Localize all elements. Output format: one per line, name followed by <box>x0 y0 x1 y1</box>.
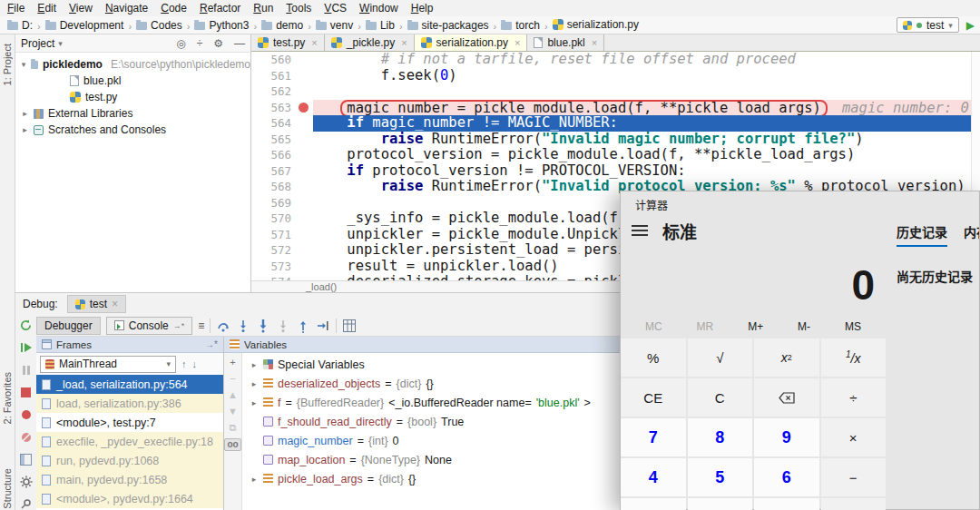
chevron-collapsed-icon[interactable]: ▸ <box>21 109 29 118</box>
project-panel-title[interactable]: Project <box>21 37 54 50</box>
editor-tab-serialization-py[interactable]: serialization.py× <box>415 34 528 51</box>
close-icon[interactable]: × <box>112 298 118 310</box>
close-icon[interactable]: × <box>514 37 520 48</box>
code-line[interactable]: 564 if magic_number != MAGIC_NUMBER: <box>251 115 980 132</box>
thread-selector[interactable]: MainThread ▾ <box>40 356 176 373</box>
remove-watch-icon[interactable]: − <box>230 373 235 384</box>
step-out-of-block-icon[interactable] <box>276 319 290 333</box>
memory-button-ms[interactable]: MS <box>845 320 861 333</box>
memory-button-m-[interactable]: M- <box>798 320 810 333</box>
tool-window-structure-button[interactable]: Structure <box>2 468 13 509</box>
next-frame-icon[interactable]: ↓ <box>192 358 198 369</box>
breadcrumb-item[interactable]: venv <box>314 19 355 32</box>
run-to-cursor-icon[interactable] <box>316 319 330 333</box>
frame-row[interactable]: _load, serialization.py:564 <box>36 375 223 394</box>
code-line[interactable]: 567 if protocol_version != PROTOCOL_VERS… <box>251 163 980 180</box>
calc-button-multiply[interactable]: × <box>821 418 887 456</box>
layout-menu-icon[interactable]: ≡ <box>198 319 204 332</box>
debug-settings-gear-icon[interactable] <box>19 475 34 489</box>
locate-file-icon[interactable]: ◎ <box>176 37 185 50</box>
step-out-icon[interactable] <box>296 319 310 333</box>
show-watches-icon[interactable]: oo <box>224 438 240 451</box>
chevron-collapsed-icon[interactable]: ▸ <box>21 125 29 134</box>
calc-button-5[interactable]: 5 <box>688 458 753 496</box>
rerun-icon[interactable] <box>19 319 34 333</box>
frame-row[interactable]: run, pydevd.py:1068 <box>36 451 223 470</box>
menu-edit[interactable]: Edit <box>31 2 63 15</box>
duplicate-icon[interactable]: ⧉ <box>230 422 237 433</box>
mute-breakpoints-icon[interactable] <box>19 430 34 445</box>
project-tree-item[interactable]: ▸External Libraries <box>15 105 250 122</box>
move-up-icon[interactable]: ▲ <box>228 389 238 400</box>
run-configuration-select[interactable]: test ▾ <box>897 17 959 33</box>
calc-button-add[interactable]: + <box>821 498 887 510</box>
menu-run[interactable]: Run <box>247 2 279 15</box>
close-icon[interactable]: × <box>311 37 317 48</box>
memory-button-mr[interactable]: MR <box>697 320 714 333</box>
debug-session-tab[interactable]: test × <box>67 295 126 313</box>
close-icon[interactable]: × <box>401 37 407 48</box>
stop-icon[interactable] <box>19 386 34 400</box>
hamburger-menu-icon[interactable] <box>632 225 648 236</box>
editor-tab-_pickle-py[interactable]: _pickle.py× <box>325 34 415 51</box>
breadcrumb-item[interactable]: site-packages <box>406 19 491 32</box>
chevron-collapsed-icon[interactable]: ▸ <box>250 398 259 407</box>
settings-gear-icon[interactable]: ⚙ <box>213 37 223 50</box>
breakpoint-icon[interactable] <box>299 103 309 113</box>
menu-vcs[interactable]: VCS <box>318 2 353 15</box>
run-button[interactable]: ▶ <box>966 19 975 32</box>
menu-view[interactable]: View <box>63 2 99 15</box>
close-icon[interactable]: × <box>592 37 597 48</box>
step-into-icon[interactable] <box>236 319 250 333</box>
tab-debugger[interactable]: Debugger <box>36 317 101 335</box>
evaluate-expression-icon[interactable] <box>342 319 357 333</box>
menu-tools[interactable]: Tools <box>279 2 318 15</box>
previous-frame-icon[interactable]: ↑ <box>181 358 187 369</box>
frame-row[interactable]: main, pydevd.py:1658 <box>36 470 223 489</box>
menu-window[interactable]: Window <box>353 2 405 15</box>
code-line[interactable]: 565 raise RuntimeError("Invalid magic nu… <box>251 132 980 148</box>
frame-row[interactable]: <module>, test.py:7 <box>36 413 223 432</box>
calc-button-ce[interactable]: CE <box>621 378 686 417</box>
tab-memory[interactable]: 内存 <box>964 222 979 247</box>
frame-row[interactable]: <module>, pydevd.py:1664 <box>36 489 223 508</box>
breadcrumb-item[interactable]: Python3 <box>192 19 250 32</box>
breadcrumb-item[interactable]: Development <box>44 19 126 32</box>
chevron-collapsed-icon[interactable]: ▸ <box>250 360 259 369</box>
resume-program-icon[interactable] <box>19 341 34 356</box>
code-line[interactable]: 563 magic_number = pickle_module.load(f,… <box>251 100 980 116</box>
calc-button-6[interactable]: 6 <box>754 458 819 496</box>
frame-row[interactable]: execfile, _pydev_execfile.py:18 <box>36 432 223 451</box>
chevron-expanded-icon[interactable]: ▾ <box>21 60 26 69</box>
calc-button-reciprocal[interactable]: 1/x <box>821 338 887 377</box>
menu-refactor[interactable]: Refactor <box>193 2 247 15</box>
menu-code[interactable]: Code <box>154 2 193 15</box>
breadcrumb-item[interactable]: torch <box>499 19 542 32</box>
calc-button-backspace[interactable] <box>754 378 819 417</box>
calc-button-8[interactable]: 8 <box>688 418 753 456</box>
restore-layout-icon[interactable] <box>19 452 34 466</box>
calc-button-4[interactable]: 4 <box>621 458 686 496</box>
force-step-into-icon[interactable] <box>256 319 270 333</box>
project-root-node[interactable]: ▾ pickledemo E:\source\python\pickledemo <box>15 56 250 73</box>
tab-console[interactable]: Console →* <box>106 317 193 335</box>
calc-button-clear[interactable]: C <box>688 378 753 417</box>
pause-icon[interactable] <box>19 363 34 378</box>
move-down-icon[interactable]: ▼ <box>228 406 238 417</box>
code-line[interactable]: 561 f.seek(0) <box>251 68 980 84</box>
tab-history[interactable]: 历史记录 <box>897 222 947 247</box>
menu-navigate[interactable]: Navigate <box>99 2 154 15</box>
frame-row[interactable]: load, serialization.py:386 <box>36 394 223 413</box>
code-line[interactable]: 566 protocol_version = pickle_module.loa… <box>251 147 980 163</box>
calc-button-sqrt[interactable]: √ <box>688 338 753 377</box>
chevron-down-icon[interactable]: ▾ <box>58 39 63 48</box>
breadcrumb-item[interactable]: demo <box>260 19 305 32</box>
calc-button-2[interactable]: 2 <box>688 498 753 510</box>
chevron-collapsed-icon[interactable]: ▸ <box>250 475 259 484</box>
tool-window-project-button[interactable]: 1: Project <box>2 44 13 85</box>
editor-tab-test-py[interactable]: test.py× <box>251 34 325 51</box>
project-tree-item[interactable]: ▸Scratches and Consoles <box>15 122 250 138</box>
calc-button-9[interactable]: 9 <box>754 418 819 456</box>
chevron-collapsed-icon[interactable]: ▸ <box>250 379 259 388</box>
calc-button-divide[interactable]: ÷ <box>821 378 887 417</box>
